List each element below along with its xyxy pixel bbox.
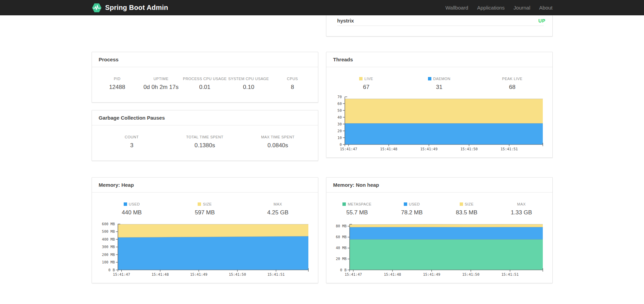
svg-text:0: 0	[339, 142, 341, 147]
stat-cpus: CPUS 8	[271, 77, 315, 91]
stat-value: 67	[330, 84, 403, 91]
svg-text:0 B: 0 B	[108, 268, 115, 272]
nav-item-journal[interactable]: Journal	[513, 5, 530, 11]
nav-item-wallboard[interactable]: Wallboard	[445, 5, 468, 11]
stat-gc-count: COUNT 3	[95, 135, 168, 149]
svg-text:15:41:48: 15:41:48	[384, 272, 401, 276]
legend-swatch-metaspace	[342, 202, 346, 206]
stat-uptime: UPTIME 0d 0h 2m 17s	[139, 77, 183, 91]
stat-nonheap-max: MAX 1.33 GB	[494, 202, 549, 216]
nav-item-about[interactable]: About	[539, 5, 552, 11]
svg-text:40: 40	[337, 115, 342, 119]
svg-text:15:41:51: 15:41:51	[501, 147, 518, 151]
svg-text:40 MB: 40 MB	[336, 246, 347, 250]
svg-text:70: 70	[337, 95, 342, 99]
svg-text:15:41:49: 15:41:49	[190, 272, 208, 276]
svg-text:15:41:49: 15:41:49	[420, 147, 438, 151]
stat-value: 440 MB	[95, 209, 168, 216]
legend-swatch-daemon	[428, 77, 431, 80]
stat-label: PROCESS CPU USAGE	[183, 77, 227, 81]
stat-value: 597 MB	[168, 209, 241, 216]
stat-value: 55.7 MB	[330, 209, 385, 216]
svg-text:500 MB: 500 MB	[102, 229, 115, 233]
stat-label: MAX TIME SPENT	[241, 135, 314, 139]
memory-nonheap-card: Memory: Non heap METASPACE 55.7 MB USED …	[326, 177, 553, 283]
stat-heap-max: MAX 4.25 GB	[241, 202, 314, 216]
stat-gc-total-time: TOTAL TIME SPENT 0.1380s	[168, 135, 241, 149]
svg-text:15:41:51: 15:41:51	[267, 272, 285, 276]
threads-card-title: Threads	[326, 52, 552, 67]
stat-label: LIVE	[330, 77, 403, 81]
svg-text:15:41:47: 15:41:47	[344, 272, 362, 276]
stat-value: 68	[476, 84, 549, 91]
svg-text:80 MB: 80 MB	[336, 224, 347, 228]
threads-card: Threads LIVE 67 DAEMON 31	[326, 52, 553, 158]
stat-label: MAX	[494, 202, 549, 206]
svg-text:20: 20	[337, 129, 342, 133]
spring-boot-admin-logo-icon	[92, 3, 102, 13]
stat-system-cpu-usage: SYSTEM CPU USAGE 0.10	[227, 77, 271, 91]
empty-column	[92, 15, 318, 36]
application-card: hystrix UP	[326, 15, 553, 36]
stat-nonheap-metaspace: METASPACE 55.7 MB	[330, 202, 385, 216]
stat-label: SIZE	[439, 202, 494, 206]
memory-heap-card-title: Memory: Heap	[92, 178, 318, 193]
navbar: Spring Boot Admin Wallboard Applications…	[0, 0, 644, 15]
gc-stats: COUNT 3 TOTAL TIME SPENT 0.1380s MAX TIM…	[92, 125, 318, 161]
memory-nonheap-legend: METASPACE 55.7 MB USED 78.2 MB SIZE	[326, 193, 552, 218]
svg-text:400 MB: 400 MB	[102, 237, 115, 241]
svg-text:200 MB: 200 MB	[102, 253, 115, 257]
stat-threads-daemon: DAEMON 31	[403, 77, 476, 91]
stat-label: COUNT	[95, 135, 168, 139]
stat-value: 0.0840s	[241, 142, 314, 149]
stat-label: SYSTEM CPU USAGE	[227, 77, 271, 81]
stat-pid: PID 12488	[95, 77, 139, 91]
memory-nonheap-chart: 0 B20 MB40 MB60 MB80 MB15:41:4715:41:481…	[331, 221, 546, 279]
stat-heap-used: USED 440 MB	[95, 202, 168, 216]
stat-value: 3	[95, 142, 168, 149]
stat-heap-size: SIZE 597 MB	[168, 202, 241, 216]
svg-text:15:41:50: 15:41:50	[460, 147, 478, 151]
stat-value: 12488	[95, 84, 139, 91]
stat-gc-max-time: MAX TIME SPENT 0.0840s	[241, 135, 314, 149]
threads-legend: LIVE 67 DAEMON 31 PEAK LIVE 68	[326, 67, 552, 93]
stat-label: TOTAL TIME SPENT	[168, 135, 241, 139]
nav-item-applications[interactable]: Applications	[477, 5, 505, 11]
process-card-title: Process	[92, 52, 318, 67]
svg-text:100 MB: 100 MB	[102, 260, 115, 264]
brand-link[interactable]: Spring Boot Admin	[92, 3, 168, 13]
stat-label: USED	[384, 202, 439, 206]
legend-swatch-size	[460, 202, 463, 206]
svg-text:50: 50	[337, 108, 342, 112]
svg-text:15:41:50: 15:41:50	[229, 272, 246, 276]
svg-text:20 MB: 20 MB	[336, 257, 347, 261]
stat-value: 0.1380s	[168, 142, 241, 149]
nav-menu: Wallboard Applications Journal About	[445, 5, 552, 11]
gc-pauses-card-title: Garbage Collection Pauses	[92, 110, 318, 125]
legend-swatch-used	[404, 202, 407, 206]
stat-value: 4.25 GB	[241, 209, 314, 216]
memory-nonheap-card-title: Memory: Non heap	[326, 178, 552, 193]
svg-text:15:41:50: 15:41:50	[462, 272, 479, 276]
svg-text:0 B: 0 B	[340, 268, 347, 272]
svg-text:15:41:48: 15:41:48	[151, 272, 169, 276]
stat-label: PID	[95, 77, 139, 81]
memory-heap-chart: 0 B100 MB200 MB300 MB400 MB500 MB600 MB1…	[97, 221, 312, 279]
stat-label: UPTIME	[139, 77, 183, 81]
stat-label: USED	[95, 202, 168, 206]
stat-label: DAEMON	[403, 77, 476, 81]
legend-swatch-used	[124, 202, 127, 206]
memory-heap-legend: USED 440 MB SIZE 597 MB MAX 4.25 GB	[92, 193, 318, 218]
application-row[interactable]: hystrix UP	[326, 15, 552, 26]
svg-text:15:41:47: 15:41:47	[113, 272, 130, 276]
legend-swatch-size	[198, 202, 201, 206]
svg-text:30: 30	[337, 122, 342, 126]
gc-pauses-card: Garbage Collection Pauses COUNT 3 TOTAL …	[92, 110, 318, 161]
process-card: Process PID 12488 UPTIME 0d 0h 2m 17s PR…	[92, 52, 318, 103]
svg-text:300 MB: 300 MB	[102, 245, 115, 249]
threads-chart: 01020304050607015:41:4715:41:4815:41:491…	[331, 95, 546, 153]
svg-text:15:41:48: 15:41:48	[380, 147, 397, 151]
stat-label: PEAK LIVE	[476, 77, 549, 81]
stat-process-cpu-usage: PROCESS CPU USAGE 0.01	[183, 77, 227, 91]
stat-value: 0d 0h 2m 17s	[139, 84, 183, 91]
